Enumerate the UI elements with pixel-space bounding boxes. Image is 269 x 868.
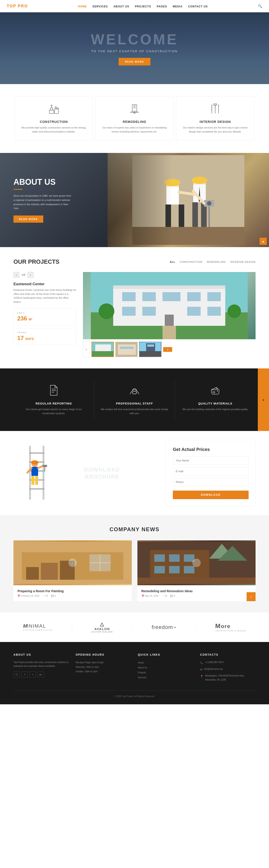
- svg-rect-85: [31, 467, 38, 476]
- about-cta-button[interactable]: READ MORE: [13, 216, 43, 223]
- footer-contact-info: 📞 +1 (409) 987-5874 ✉ info@sitename.org …: [200, 660, 256, 682]
- hero-cta-button[interactable]: READ MORE: [119, 58, 150, 65]
- svg-rect-61: [92, 351, 114, 357]
- download-button[interactable]: DOWNLOAD: [173, 491, 248, 499]
- gallery-thumb-2[interactable]: [115, 342, 138, 357]
- news-title-1: Preparing a Room For Painting: [18, 589, 128, 593]
- news-content-1: Preparing a Room For Painting 📅 February…: [13, 585, 132, 601]
- nav-link-media[interactable]: MEDIA: [173, 5, 182, 8]
- phone-input[interactable]: [173, 478, 248, 486]
- svg-point-115: [192, 559, 201, 567]
- gallery-thumb-3[interactable]: [139, 342, 161, 357]
- footer-link-projects[interactable]: Projects: [138, 670, 194, 675]
- news-date-1: 📅 February 16, 2020: [18, 595, 39, 597]
- location-icon: 📍: [200, 674, 203, 679]
- footer-link-about[interactable]: About Us: [138, 665, 194, 670]
- partner-freedom: freedom™: [152, 624, 176, 630]
- email-input[interactable]: [173, 467, 248, 475]
- nav-item-media[interactable]: MEDIA: [173, 4, 182, 8]
- construction-icon: [21, 103, 87, 117]
- service-desc-remodeling: Our team of experts has years of experie…: [101, 126, 168, 134]
- nav-link-services[interactable]: SERVICES: [92, 5, 108, 8]
- partner-divider-2: [132, 623, 132, 632]
- footer-link-home[interactable]: Home: [138, 660, 194, 665]
- brochure-form-card: Get Actual Prices DOWNLOAD: [166, 440, 256, 506]
- svg-rect-109: [154, 566, 165, 574]
- gallery-thumb-1[interactable]: [92, 342, 114, 357]
- orange-side-tab: ›: [258, 368, 269, 431]
- name-input[interactable]: [173, 457, 248, 465]
- svg-point-73: [132, 391, 137, 394]
- gallery-prev-arrow[interactable]: ‹: [83, 341, 90, 357]
- hero-welcome-text: WELCOME: [91, 31, 178, 48]
- about-section: ABOUT US Since our incorporation in 1985…: [0, 153, 269, 247]
- footer-about-text: Top Project provides first-class constru…: [13, 660, 69, 668]
- project-main-image: [83, 272, 256, 339]
- phone-icon: 📞: [200, 661, 203, 665]
- svg-rect-56: [165, 315, 174, 326]
- nav-link-projects[interactable]: PROJECTS: [135, 5, 151, 8]
- footer-email: info@sitename.org: [204, 667, 223, 671]
- footer-address: Washington, USA 6036 Richmond Hwy, Alexa…: [205, 674, 256, 682]
- project-gallery: ‹: [83, 272, 256, 357]
- project-filters: ALL CONSTRUCTION REMODELING INTERIOR DES…: [170, 260, 256, 263]
- nav-logo: TOP PRO: [7, 4, 28, 8]
- nav-item-services[interactable]: SERVICES: [92, 4, 108, 8]
- hero-subtitle: TO THE NEXT CHAPTER OF CONSTRUCTION: [91, 50, 178, 53]
- partners-section: MINIMAL CUSTOM FABRICATOR △ AVALON MASTE…: [0, 612, 269, 642]
- svg-rect-96: [41, 563, 58, 580]
- svg-rect-5: [55, 107, 56, 109]
- projects-content: ‹ 1/9 › Eastwood Center Eastwood Center …: [13, 272, 256, 357]
- nav-link-home[interactable]: HOME: [78, 5, 87, 8]
- search-icon[interactable]: 🔍: [258, 4, 262, 8]
- news-image-2: [137, 540, 256, 585]
- project-next-button[interactable]: ›: [28, 272, 33, 278]
- projects-section-title: OUR PROJECTS: [13, 258, 59, 265]
- svg-rect-64: [118, 344, 136, 355]
- nav-link-about[interactable]: ABOUT US: [113, 5, 129, 8]
- svg-rect-76: [29, 446, 31, 500]
- social-instagram[interactable]: ⓘ: [13, 671, 20, 678]
- scroll-up-button[interactable]: ▲: [260, 238, 267, 245]
- filter-construction[interactable]: CONSTRUCTION: [180, 260, 202, 263]
- nav-item-projects[interactable]: PROJECTS: [135, 4, 151, 8]
- gallery-navigation: ‹: [83, 341, 256, 357]
- footer-link-services[interactable]: Services: [138, 675, 194, 680]
- svg-rect-65: [120, 347, 134, 349]
- svg-rect-48: [142, 292, 156, 301]
- filter-all[interactable]: ALL: [170, 260, 175, 263]
- projects-section: OUR PROJECTS ALL CONSTRUCTION REMODELING…: [0, 247, 269, 368]
- reporting-desc: Our clients get instant reports on every…: [19, 407, 88, 415]
- social-facebook[interactable]: f: [22, 671, 28, 678]
- filter-interior[interactable]: INTERIOR DESIGN: [230, 260, 256, 263]
- footer-phone-item: 📞 +1 (409) 987-5874: [200, 660, 256, 665]
- form-email-group: [173, 467, 248, 475]
- next-project-button[interactable]: ›: [163, 347, 172, 352]
- service-desc-construction: We provide high-quality construction ser…: [21, 126, 87, 134]
- svg-rect-108: [184, 555, 194, 562]
- nav-item-contact[interactable]: CONTACT US: [188, 4, 208, 8]
- social-twitter[interactable]: t: [30, 671, 36, 678]
- news-likes-2: ♡ 23: [162, 595, 167, 597]
- nav-item-pages[interactable]: PAGES: [157, 4, 167, 8]
- project-prev-button[interactable]: ‹: [13, 272, 19, 278]
- svg-rect-50: [187, 292, 201, 301]
- partner-more: More ARCHITECTURE & DESIGN: [215, 622, 246, 632]
- nav-link-contact[interactable]: CONTACT US: [188, 5, 208, 8]
- footer-phone: +1 (409) 987-5874: [205, 660, 224, 664]
- svg-rect-69: [147, 344, 154, 347]
- social-google[interactable]: g+: [38, 671, 44, 678]
- filter-remodeling[interactable]: REMODELING: [207, 260, 226, 263]
- svg-rect-0: [49, 110, 54, 114]
- feature-staff: PROFESSIONAL STAFF We employ full-time s…: [94, 380, 175, 420]
- svg-rect-78: [29, 453, 44, 454]
- news-content-2: Remodeling and Renovation Ideas 📅 May 26…: [137, 585, 256, 601]
- interior-icon: [182, 103, 248, 117]
- nav-item-about[interactable]: ABOUT US: [113, 4, 129, 8]
- nav-link-pages[interactable]: PAGES: [157, 5, 167, 8]
- news-section-title: COMPANY NEWS: [13, 526, 256, 532]
- svg-rect-46: [113, 285, 225, 289]
- nav-item-home[interactable]: HOME: [78, 4, 87, 8]
- service-title-remodeling: REMODELING: [101, 120, 168, 124]
- service-title-construction: CONSTRUCTION: [21, 120, 87, 124]
